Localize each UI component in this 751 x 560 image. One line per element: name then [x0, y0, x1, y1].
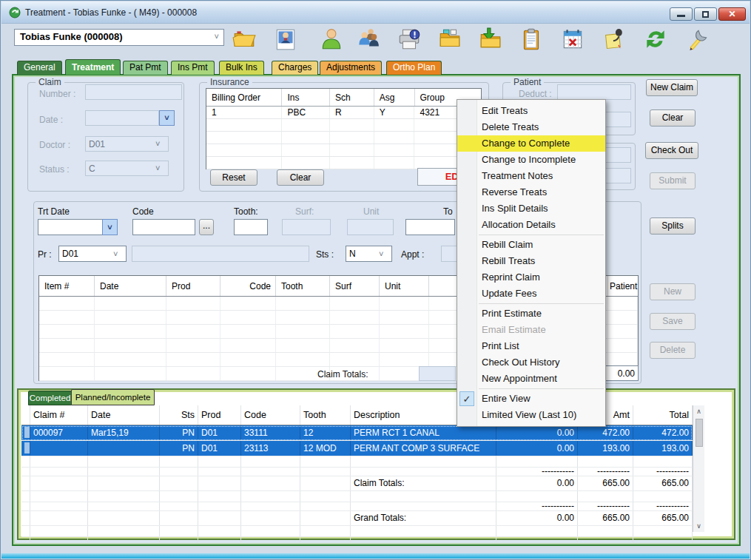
description-field[interactable]	[132, 246, 309, 262]
menu-item-entire-view[interactable]: Entire View✓	[457, 391, 605, 407]
patient-deduct-field[interactable]	[557, 84, 631, 100]
check-out-button[interactable]: Check Out	[645, 142, 698, 159]
tab-treatment[interactable]: Treatment	[65, 59, 121, 75]
insurance-grid[interactable]: Billing OrderInsSchAsgGroup1PBCRY4321	[206, 88, 482, 169]
tab-completed[interactable]: Completed	[28, 391, 72, 405]
clear-insurance-button[interactable]: Clear	[277, 169, 324, 186]
cell	[578, 537, 633, 543]
cell	[21, 491, 30, 502]
reset-button[interactable]: Reset	[210, 169, 257, 186]
total-field[interactable]	[405, 219, 455, 235]
delete-button[interactable]: Delete	[650, 342, 696, 359]
cell	[241, 476, 300, 490]
refresh-icon[interactable]	[643, 27, 668, 52]
save-button[interactable]: Save	[650, 313, 696, 330]
menu-item-ins-split-details[interactable]: Ins Split Details	[457, 200, 605, 217]
insurance-row[interactable]: 1PBCRY4321	[206, 107, 481, 119]
insurance-row[interactable]	[206, 144, 481, 157]
menu-item-edit-treats[interactable]: Edit Treats	[457, 103, 605, 119]
new-button[interactable]: New	[650, 283, 696, 300]
menu-item-new-appointment[interactable]: New Appointment	[457, 371, 605, 387]
history-row[interactable]: 000097Mar15,19PND013311112PERM RCT 1 CAN…	[21, 425, 693, 441]
code-browse-button[interactable]: ...	[199, 219, 214, 235]
splits-button[interactable]: Splits	[650, 217, 696, 235]
minimize-button[interactable]	[670, 7, 693, 21]
menu-item-update-fees[interactable]: Update Fees	[457, 286, 605, 302]
new-claim-button[interactable]: New Claim	[646, 79, 698, 96]
clear-button[interactable]: Clear	[650, 109, 696, 126]
tooth-field[interactable]	[234, 219, 268, 235]
menu-item-label: Change to Complete	[482, 138, 570, 149]
maximize-button[interactable]	[694, 7, 717, 21]
tab-charges[interactable]: Charges	[272, 61, 318, 75]
vertical-scrollbar[interactable]: ∧ ∨	[693, 405, 704, 532]
menu-item-rebill-treats[interactable]: Rebill Treats	[457, 253, 605, 269]
patient-selector[interactable]: Tobias Funke (000008) ˅	[14, 29, 224, 46]
claim-number-field[interactable]	[85, 84, 182, 100]
menu-item-delete-treats[interactable]: Delete Treats	[457, 119, 605, 135]
menu-item-rebill-claim[interactable]: Rebill Claim	[457, 237, 605, 253]
cell	[198, 537, 241, 543]
clipboard-icon[interactable]	[519, 27, 544, 52]
trt-date-field[interactable]	[38, 219, 103, 235]
close-button[interactable]: ✕	[718, 7, 746, 21]
open-folder-icon[interactable]	[232, 27, 257, 52]
items-col-unit: Unit	[380, 276, 429, 296]
menu-item-label: Email Estimate	[482, 324, 546, 335]
tab-ortho-plan[interactable]: Ortho Plan	[386, 61, 442, 75]
insurance-row[interactable]	[206, 132, 481, 144]
tools-icon[interactable]	[685, 27, 710, 52]
app-window: Treatment - Tobias Funke - ( M49) - 0000…	[0, 0, 751, 560]
file-folder-icon[interactable]	[437, 27, 462, 52]
code-field[interactable]	[132, 219, 195, 235]
tab-general[interactable]: General	[17, 61, 62, 75]
claim-date-dropdown-button[interactable]: ˅	[159, 110, 175, 126]
tab-planned-incomplete[interactable]: Planned/Incomplete	[71, 389, 155, 405]
menu-item-reprint-claim[interactable]: Reprint Claim	[457, 269, 605, 286]
patient-photo-icon[interactable]	[273, 27, 298, 52]
scrollbar-thumb[interactable]	[696, 419, 703, 447]
menu-item-label: Print Estimate	[482, 308, 542, 319]
claim-date-field[interactable]	[85, 110, 159, 126]
trt-date-dropdown-button[interactable]: ˅	[102, 219, 118, 235]
surf-field[interactable]	[282, 219, 331, 235]
patient-icon[interactable]	[319, 27, 344, 52]
submit-button[interactable]: Submit	[650, 172, 696, 189]
unit-field[interactable]	[347, 219, 394, 235]
menu-item-change-to-incomplete[interactable]: Change to Incomplete	[457, 152, 605, 168]
cell	[241, 456, 300, 467]
family-icon[interactable]	[356, 27, 381, 52]
cell: PERM ANT COMP 3 SURFACE	[351, 441, 496, 456]
menu-item-change-to-complete[interactable]: Change to Complete	[457, 135, 605, 152]
tab-ins-pmt[interactable]: Ins Pmt	[171, 61, 215, 75]
insurance-row[interactable]	[206, 119, 481, 132]
items-cell	[166, 325, 220, 338]
import-folder-icon[interactable]	[478, 27, 503, 52]
menu-item-print-list[interactable]: Print List	[457, 338, 605, 354]
menu-item-label: Delete Treats	[482, 121, 539, 132]
items-cell	[220, 311, 276, 324]
history-row[interactable]: PND012311312 MODPERM ANT COMP 3 SURFACE0…	[21, 441, 693, 456]
insurance-col-ins: Ins	[282, 89, 330, 106]
menu-item-reverse-treats[interactable]: Reverse Treats	[457, 184, 605, 200]
cell	[351, 537, 496, 543]
claim-totals-label: Claim Totals:	[317, 369, 368, 379]
print-alert-icon[interactable]	[397, 27, 422, 52]
calendar-icon[interactable]	[560, 27, 585, 52]
menu-item-check-out-history[interactable]: Check Out History	[457, 354, 605, 371]
menu-item-allocation-details[interactable]: Allocation Details	[457, 217, 605, 233]
cell	[30, 511, 88, 525]
menu-item-print-estimate[interactable]: Print Estimate	[457, 306, 605, 322]
cell	[88, 456, 160, 467]
scroll-down-icon[interactable]: ∨	[693, 522, 704, 530]
tab-bulk-ins[interactable]: Bulk Ins	[219, 61, 264, 75]
history-dashes-row: ---------------------------------	[21, 468, 693, 476]
items-cell	[95, 325, 166, 338]
menu-item-limited-view-last-10[interactable]: Limited View (Last 10)	[457, 407, 605, 423]
menu-item-treatment-notes[interactable]: Treatment Notes	[457, 168, 605, 184]
voice-note-icon[interactable]	[602, 27, 627, 52]
scroll-up-icon[interactable]: ∧	[693, 408, 704, 415]
tab-adjustments[interactable]: Adjustments	[320, 61, 382, 75]
tab-pat-pmt[interactable]: Pat Pmt	[123, 61, 168, 75]
sts-combo[interactable]: N	[346, 246, 392, 262]
